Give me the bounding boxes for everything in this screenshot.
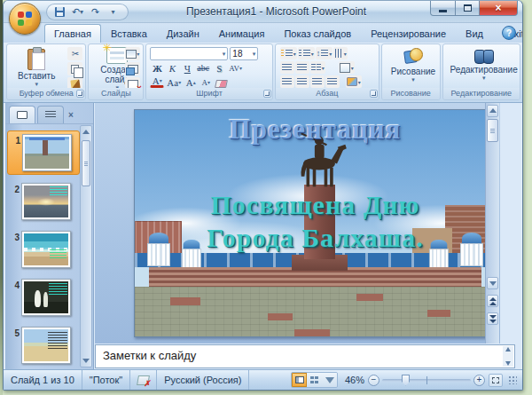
notes-pane[interactable]: Заметки к слайду (95, 344, 515, 368)
slide-thumbnail-4[interactable]: 4 (7, 276, 80, 319)
numbering-icon (299, 50, 301, 58)
notes-placeholder[interactable]: Заметки к слайду (96, 345, 514, 362)
spellcheck-indicator[interactable] (130, 370, 157, 390)
panel-close-button[interactable]: × (65, 108, 77, 121)
bold-button[interactable]: Ж (150, 62, 164, 75)
slide-subtitle-textbox[interactable]: Посвящена Дню Города Балхаша. (135, 189, 496, 254)
panel-tab-outline[interactable] (37, 106, 64, 123)
line-spacing-button[interactable]: ↕▾ (316, 47, 333, 59)
scroll-thumb[interactable] (487, 119, 498, 142)
slide-sorter-button[interactable] (307, 373, 322, 387)
tab-view[interactable]: Вид (456, 24, 493, 43)
decrease-indent-icon (282, 64, 292, 72)
zoom-thumb[interactable] (402, 375, 410, 386)
editing-button[interactable]: Редактирование ▾ (447, 45, 521, 83)
align-right-button[interactable] (310, 75, 325, 88)
save-icon (55, 7, 65, 17)
justify-button[interactable] (325, 75, 340, 88)
align-left-button[interactable] (280, 75, 294, 88)
numbering-button[interactable]: ▾ (298, 47, 315, 59)
cut-button[interactable]: ✂ (67, 47, 82, 60)
tab-insert[interactable]: Вставка (101, 24, 157, 43)
group-editing: Редактирование ▾ Редактирование (442, 43, 520, 100)
align-center-button[interactable] (295, 75, 309, 88)
help-button[interactable]: ? (502, 26, 516, 40)
normal-view-button[interactable] (292, 373, 307, 387)
underline-button[interactable]: Ч (180, 62, 194, 75)
text-shadow-button[interactable]: S (212, 62, 226, 75)
panel-scrollbar[interactable] (80, 125, 92, 367)
italic-button[interactable]: К (165, 62, 179, 75)
tab-home[interactable]: Главная (44, 24, 101, 43)
redo-button[interactable]: ↷ (88, 5, 103, 19)
increase-indent-button[interactable] (295, 61, 309, 74)
bullets-button[interactable]: ▾ (280, 47, 297, 59)
strikethrough-button[interactable]: abc (195, 62, 211, 75)
slide-thumbnail-2[interactable]: 2 (7, 180, 80, 223)
tab-design[interactable]: Дизайн (157, 24, 209, 43)
align-text-icon (340, 63, 350, 73)
panel-scroll-down-button[interactable] (81, 355, 91, 366)
vertical-scrollbar[interactable] (485, 103, 499, 344)
slide-title-textbox[interactable]: Презентация (135, 114, 496, 146)
next-slide-button[interactable] (487, 312, 498, 325)
character-spacing-button[interactable]: AV▾ (227, 62, 244, 75)
close-button[interactable]: × (480, 1, 518, 16)
change-case-button[interactable]: Aa▾ (165, 76, 183, 89)
previous-slide-button[interactable] (487, 295, 498, 307)
office-button[interactable] (9, 3, 41, 35)
tab-animation[interactable]: Анимация (209, 24, 275, 43)
group-label-clipboard: Буфер обмена (7, 88, 85, 99)
layout-button[interactable]: ▾ (125, 47, 140, 60)
font-name-combo[interactable]: ▾ (150, 47, 228, 60)
slideshow-button[interactable] (322, 373, 337, 387)
font-dialog-launcher[interactable] (263, 90, 271, 98)
language-indicator[interactable]: Русский (Россия) (157, 370, 249, 390)
reset-slide-button[interactable] (125, 62, 140, 75)
slide-canvas[interactable]: Презентация Посвящена Дню Города Балхаша… (134, 109, 497, 337)
clear-formatting-button[interactable] (214, 76, 229, 89)
paste-button[interactable]: Вставить ▾ (14, 46, 59, 90)
maximize-button[interactable] (456, 1, 480, 16)
convert-to-smartart-button[interactable]: ▾ (346, 75, 362, 88)
grow-font-button[interactable]: А▴ (184, 76, 198, 89)
tab-slideshow[interactable]: Показ слайдов (274, 24, 361, 43)
zoom-level[interactable]: 46% (341, 375, 364, 385)
theme-indicator[interactable]: "Поток" (82, 370, 130, 390)
fit-to-window-button[interactable] (489, 374, 503, 387)
scroll-up-button[interactable] (487, 105, 498, 117)
minimize-button[interactable] (430, 1, 456, 16)
group-clipboard: Вставить ▾ ✂ Буфер обмена (6, 43, 86, 100)
copy-button[interactable] (67, 62, 82, 75)
slide-thumbnail-1[interactable]: 1 (7, 130, 80, 175)
slide-thumbnail-3[interactable]: 3 (7, 228, 80, 271)
panel-scroll-thumb[interactable] (82, 140, 90, 186)
slide-workspace[interactable]: Презентация Посвящена Дню Города Балхаша… (95, 103, 500, 344)
save-button[interactable] (52, 5, 67, 19)
quick-access-toolbar: ↶▾ ↷ ▾ (46, 4, 129, 20)
slide-thumbnail-5[interactable]: 5 (7, 324, 80, 367)
resize-grip[interactable] (508, 375, 517, 384)
qat-customize-button[interactable]: ▾ (106, 5, 121, 19)
paragraph-dialog-launcher[interactable] (370, 90, 378, 98)
scroll-down-button[interactable] (487, 277, 498, 289)
shrink-font-button[interactable]: А▾ (199, 76, 213, 89)
drawing-button[interactable]: Рисование ▾ (387, 45, 439, 85)
notes-scrollbar[interactable] (503, 346, 513, 367)
clipboard-dialog-launcher[interactable] (76, 90, 84, 98)
panel-tab-slides[interactable] (9, 106, 35, 123)
zoom-track[interactable] (382, 379, 471, 382)
zoom-in-button[interactable]: + (473, 375, 485, 386)
zoom-out-button[interactable]: − (368, 375, 379, 386)
panel-scroll-up-button[interactable] (81, 127, 91, 138)
decrease-indent-button[interactable] (280, 61, 294, 74)
reset-icon (128, 65, 138, 74)
font-size-combo[interactable]: 18 ▾ (230, 47, 258, 60)
font-color-button[interactable]: А▾ (150, 76, 164, 88)
tab-review[interactable]: Рецензирование (361, 24, 456, 43)
undo-button[interactable]: ↶▾ (70, 5, 85, 19)
redo-icon: ↷ (91, 6, 99, 18)
text-direction-button[interactable]: ▾ (333, 47, 348, 59)
columns-button[interactable]: ▾ (310, 61, 325, 74)
align-text-button[interactable]: ▾ (339, 61, 355, 74)
